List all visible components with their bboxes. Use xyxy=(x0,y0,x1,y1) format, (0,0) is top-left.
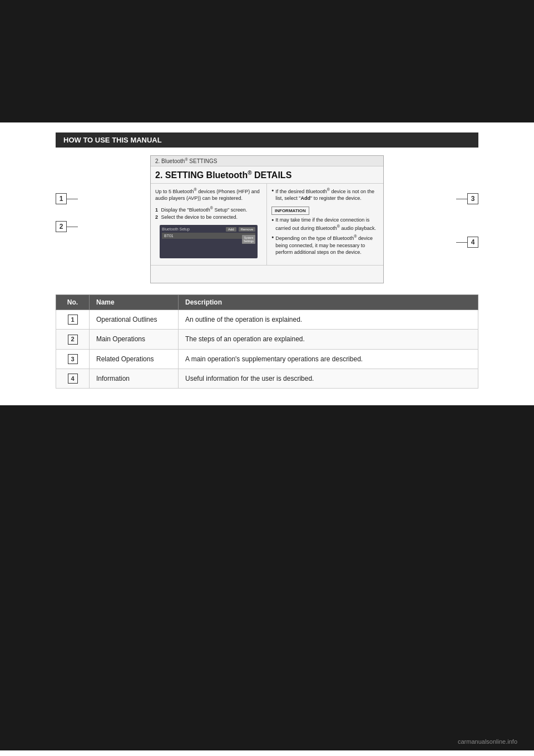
row-2-desc: The steps of an operation are explained. xyxy=(179,330,478,349)
bt-screen-title: Bluetooth Setup xyxy=(162,227,190,231)
info-section: INFORMATION ● It may take time if the de… xyxy=(271,207,379,256)
num-box-2: 2 xyxy=(68,335,78,345)
table-row: 3 Related Operations A main operation's … xyxy=(56,349,478,369)
row-3-desc: A main operation's supplementary operati… xyxy=(179,349,478,369)
info-bullet-2-text: Depending on the type of Bluetooth® devi… xyxy=(275,234,379,256)
info-bullet-1: ● It may take time if the device connect… xyxy=(271,217,379,232)
row-1-name: Operational Outlines xyxy=(90,310,179,330)
watermark: carmanualsonline.info xyxy=(458,738,517,745)
connector-line-1 xyxy=(67,199,78,199)
row-4-num: 4 xyxy=(56,369,90,388)
left-labels: 1 2 xyxy=(56,155,78,283)
row-4-desc: Useful information for the user is descr… xyxy=(179,369,478,388)
step-1: 1 Display the "Bluetooth® Setup" screen. xyxy=(155,205,262,214)
num-box-4: 4 xyxy=(68,374,78,384)
row-2-num: 2 xyxy=(56,330,90,349)
right-bullet-1: ● If the desired Bluetooth® device is no… xyxy=(271,187,379,202)
bt-btn-add: Add xyxy=(226,227,236,232)
right-labels: 3 4 xyxy=(456,155,478,283)
label-1: 1 xyxy=(56,193,67,204)
diagram-two-col: Up to 5 Bluetooth® devices (Phones (HFP)… xyxy=(151,184,383,266)
bt-screen-header: Bluetooth Setup Add Remove xyxy=(162,227,255,231)
row-2-name: Main Operations xyxy=(90,330,179,349)
label-4-connector: 4 xyxy=(456,237,478,248)
section-header-text: HOW TO USE THIS MANUAL xyxy=(63,136,162,144)
label-3-connector: 3 xyxy=(456,193,478,204)
label-2: 2 xyxy=(56,221,67,232)
diagram-right-col: ● If the desired Bluetooth® device is no… xyxy=(267,184,383,265)
connector-line-2 xyxy=(67,227,78,227)
info-table: No. Name Description 1 Operational Outli… xyxy=(56,294,478,389)
info-bullet-2: ● Depending on the type of Bluetooth® de… xyxy=(271,234,379,256)
bt-screen-controls: Add Remove xyxy=(225,227,255,231)
label-2-connector: 2 xyxy=(56,221,78,232)
num-box-1: 1 xyxy=(68,315,78,325)
col-header-description: Description xyxy=(179,295,478,310)
top-black-bar xyxy=(0,0,534,122)
row-3-name: Related Operations xyxy=(90,349,179,369)
diagram-area: 1 2 2. Bluetooth® SETTINGS 2. SETTING Bl… xyxy=(56,155,478,283)
label-4: 4 xyxy=(467,237,478,248)
diagram-main-title: 2. SETTING Bluetooth® DETAILS xyxy=(151,166,383,183)
table-row: 2 Main Operations The steps of an operat… xyxy=(56,330,478,349)
table-header-row: No. Name Description xyxy=(56,295,478,310)
label-3: 3 xyxy=(467,193,478,204)
table-row: 1 Operational Outlines An outline of the… xyxy=(56,310,478,330)
row-4-name: Information xyxy=(90,369,179,388)
col-header-name: Name xyxy=(90,295,179,310)
diagram-inner-title: 2. Bluetooth® SETTINGS xyxy=(151,156,383,166)
table-row: 4 Information Useful information for the… xyxy=(56,369,478,388)
diagram-box: 2. Bluetooth® SETTINGS 2. SETTING Blueto… xyxy=(150,155,384,283)
main-content: HOW TO USE THIS MANUAL 1 2 2. Bluetooth® xyxy=(0,122,534,405)
bt-sys-btn: SystemSettings xyxy=(242,235,255,244)
step-2: 2 Select the device to be connected. xyxy=(155,214,262,222)
col-header-no: No. xyxy=(56,295,90,310)
label-1-connector: 1 xyxy=(56,193,78,204)
bottom-black-bar: carmanualsonline.info xyxy=(0,405,534,750)
row-1-desc: An outline of the operation is explained… xyxy=(179,310,478,330)
connector-line-4 xyxy=(456,242,467,243)
right-bullet-1-text: If the desired Bluetooth® device is not … xyxy=(275,187,379,202)
bt-right-btns: SystemSettings xyxy=(242,235,255,244)
page: HOW TO USE THIS MANUAL 1 2 2. Bluetooth® xyxy=(0,0,534,756)
section-header: HOW TO USE THIS MANUAL xyxy=(56,132,478,148)
diagram-left-col: Up to 5 Bluetooth® devices (Phones (HFP)… xyxy=(151,184,267,265)
row-1-num: 1 xyxy=(56,310,90,330)
row-3-num: 3 xyxy=(56,349,90,369)
connector-line-3 xyxy=(456,199,467,199)
num-box-3: 3 xyxy=(68,354,78,364)
info-bullet-1-text: It may take time if the device connectio… xyxy=(275,217,379,232)
table-body: 1 Operational Outlines An outline of the… xyxy=(56,310,478,389)
left-col-text: Up to 5 Bluetooth® devices (Phones (HFP)… xyxy=(155,187,262,202)
info-box-label: INFORMATION xyxy=(271,207,309,215)
bt-screen: Bluetooth Setup Add Remove BT01 SystemSe… xyxy=(160,225,258,258)
bt-btn-remove: Remove xyxy=(239,227,255,232)
bt-list-item: BT01 xyxy=(162,233,255,239)
